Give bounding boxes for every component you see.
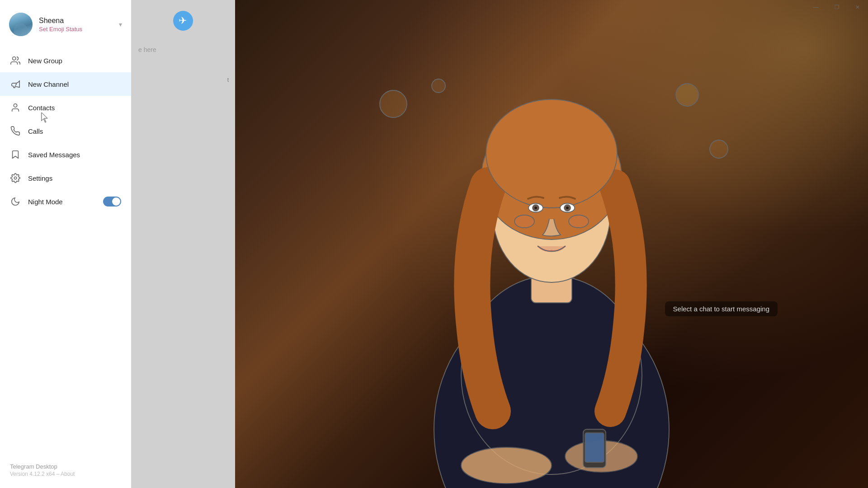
search-partial-text: e here	[131, 40, 235, 60]
sidebar-item-night-mode[interactable]: Night Mode	[0, 190, 131, 213]
maximize-button[interactable]: ❐	[826, 0, 847, 14]
app-name: Telegram Desktop	[10, 463, 121, 470]
sidebar-item-new-group[interactable]: New Group	[0, 49, 131, 72]
sidebar-item-settings-label: Settings	[28, 174, 52, 182]
night-mode-label: Night Mode	[28, 198, 63, 206]
sidebar-item-saved-messages-label: Saved Messages	[28, 151, 80, 159]
toggle-knob	[112, 197, 120, 206]
sidebar: Sheena Set Emoji Status ▾ New Group	[0, 0, 131, 488]
svg-point-2	[14, 177, 17, 179]
svg-point-5	[710, 140, 728, 158]
main-content: Select a chat to start messaging	[235, 0, 868, 488]
svg-point-1	[14, 104, 17, 107]
svg-point-12	[486, 99, 617, 208]
user-name: Sheena	[39, 17, 113, 25]
select-chat-message: Select a chat to start messaging	[665, 301, 778, 316]
telegram-paper-plane-icon: ✈	[179, 15, 187, 27]
emoji-status-link[interactable]: Set Emoji Status	[39, 26, 113, 33]
user-info: Sheena Set Emoji Status	[39, 17, 113, 33]
app-version[interactable]: Version 4.12.2 x64 – About	[10, 471, 121, 477]
sidebar-item-new-channel[interactable]: New Channel	[0, 72, 131, 96]
svg-point-15	[534, 206, 538, 210]
megaphone-icon	[10, 79, 21, 89]
gear-icon	[10, 173, 21, 183]
chevron-down-icon: ▾	[119, 21, 122, 28]
minimize-button[interactable]: —	[806, 0, 826, 14]
window-controls: — ❐ ✕	[806, 0, 868, 14]
bookmark-icon	[10, 149, 21, 160]
chat-panel: ✈ e here t	[131, 0, 235, 488]
svg-point-20	[569, 215, 589, 228]
svg-point-19	[514, 215, 534, 228]
svg-point-4	[676, 84, 698, 106]
sidebar-item-saved-messages[interactable]: Saved Messages	[0, 143, 131, 166]
menu-list: New Group New Channel Contacts	[0, 45, 131, 456]
svg-point-21	[461, 447, 552, 483]
sidebar-item-new-channel-label: New Channel	[28, 80, 69, 88]
background-person	[348, 59, 755, 488]
telegram-compose-button[interactable]: ✈	[173, 11, 193, 31]
sidebar-item-settings[interactable]: Settings	[0, 166, 131, 190]
svg-point-18	[566, 206, 569, 210]
sidebar-item-new-group-label: New Group	[28, 57, 62, 65]
avatar	[9, 13, 33, 36]
close-button[interactable]: ✕	[847, 0, 868, 14]
svg-point-6	[432, 79, 445, 93]
night-mode-toggle[interactable]	[103, 197, 121, 206]
svg-point-0	[13, 57, 16, 60]
users-icon	[10, 55, 21, 66]
moon-icon	[10, 196, 21, 207]
svg-rect-24	[585, 433, 604, 462]
svg-point-3	[380, 90, 407, 117]
sidebar-item-calls-label: Calls	[28, 127, 43, 135]
phone-icon	[10, 126, 21, 136]
person-icon	[10, 102, 21, 113]
sidebar-item-calls[interactable]: Calls	[0, 119, 131, 143]
sidebar-footer: Telegram Desktop Version 4.12.2 x64 – Ab…	[0, 456, 131, 488]
unread-badge: t	[227, 77, 229, 83]
sidebar-item-contacts-label: Contacts	[28, 104, 55, 112]
user-profile[interactable]: Sheena Set Emoji Status ▾	[0, 0, 131, 45]
sidebar-item-contacts[interactable]: Contacts	[0, 96, 131, 119]
